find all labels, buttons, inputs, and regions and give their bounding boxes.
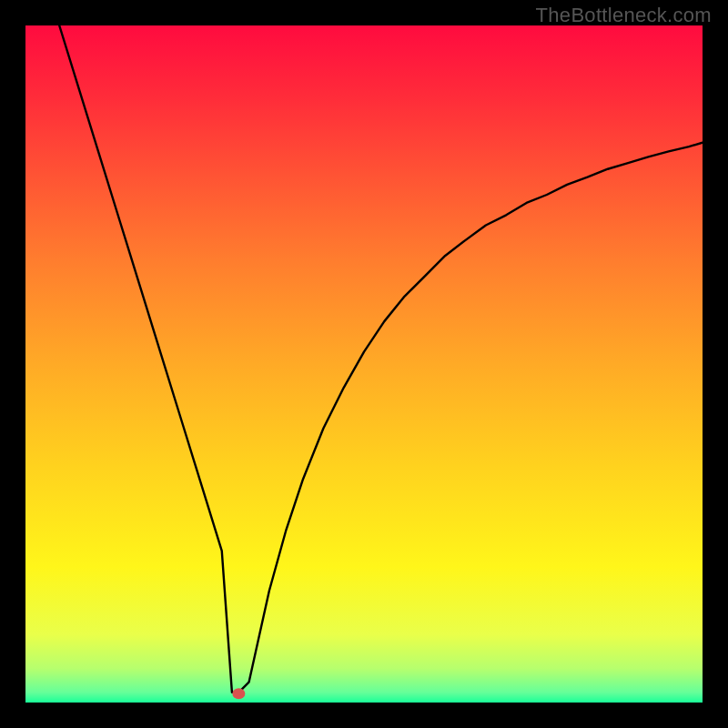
bottleneck-chart [25,25,703,703]
optimum-marker [232,688,245,699]
chart-frame [25,25,703,703]
gradient-background [25,25,703,703]
watermark-text: TheBottleneck.com [536,4,712,27]
